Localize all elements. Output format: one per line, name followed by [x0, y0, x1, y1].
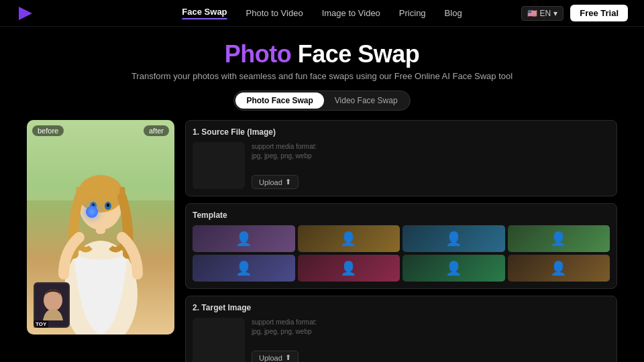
hero-title-section: Photo Face Swap Transform your photos wi…: [27, 40, 617, 81]
target-upload-icon: ⬆: [285, 353, 291, 362]
lang-label: EN: [540, 9, 551, 18]
free-trial-button[interactable]: Free Trial: [570, 5, 628, 21]
svg-point-10: [107, 204, 109, 207]
hero-title-purple: Photo: [225, 40, 291, 68]
logo[interactable]: [16, 4, 35, 23]
source-upload-label: Upload: [259, 178, 282, 186]
target-upload-info: support media format: jpg, jpeg, png, we…: [252, 318, 610, 362]
source-format-label: support media format:: [252, 143, 317, 150]
template-thumb-8[interactable]: 👤: [508, 255, 610, 282]
nav-photo-to-video[interactable]: Photo to Video: [246, 8, 303, 18]
hero-title-white: Face Swap: [291, 40, 419, 68]
target-format-info: support media format: jpg, jpeg, png, we…: [252, 318, 610, 337]
source-preview: [193, 142, 245, 189]
template-section: Template 👤 👤 👤 👤 👤 👤 👤 👤: [185, 203, 617, 289]
template-thumb-4[interactable]: 👤: [508, 225, 610, 252]
tab-section: Photo Face Swap Video Face Swap: [27, 90, 617, 111]
portrait-label-text: TOY: [34, 320, 48, 328]
before-label: before: [32, 125, 64, 136]
template-title: Template: [193, 210, 610, 220]
source-section: 1. Source File (Image) support media for…: [185, 120, 617, 196]
nav-right: 🇺🇸 EN ▾ Free Trial: [521, 5, 628, 21]
navbar: Face Swap Photo to Video Image to Video …: [0, 0, 644, 27]
svg-marker-0: [19, 7, 32, 20]
nav-blog[interactable]: Blog: [445, 8, 462, 18]
target-section: 2. Target Image support media format: jp…: [185, 296, 617, 362]
template-thumb-3[interactable]: 👤: [402, 225, 505, 252]
nav-links: Face Swap Photo to Video Image to Video …: [182, 7, 462, 19]
glow-orb: [86, 206, 98, 218]
content-area: before after: [27, 120, 617, 361]
tab-photo-face-swap[interactable]: Photo Face Swap: [235, 93, 323, 109]
nav-image-to-video[interactable]: Image to Video: [322, 8, 380, 18]
template-thumb-2[interactable]: 👤: [298, 225, 400, 252]
nav-pricing[interactable]: Pricing: [399, 8, 426, 18]
language-selector[interactable]: 🇺🇸 EN ▾: [521, 6, 564, 21]
tab-group: Photo Face Swap Video Face Swap: [233, 90, 410, 111]
source-title: 1. Source File (Image): [193, 127, 610, 137]
right-panel: 1. Source File (Image) support media for…: [185, 120, 617, 361]
source-upload-row: support media format: jpg, jpeg, png, we…: [193, 142, 610, 189]
target-format-label: support media format:: [252, 318, 317, 326]
source-format-types: jpg, jpeg, png, webp: [252, 152, 312, 160]
target-upload-button[interactable]: Upload ⬆: [252, 351, 299, 362]
template-thumb-7[interactable]: 👤: [402, 255, 505, 282]
source-upload-button[interactable]: Upload ⬆: [252, 175, 299, 189]
template-thumb-5[interactable]: 👤: [193, 255, 295, 282]
nav-face-swap[interactable]: Face Swap: [182, 7, 227, 19]
source-upload-info: support media format: jpg, jpeg, png, we…: [252, 142, 610, 189]
target-format-types: jpg, jpeg, png, webp: [252, 328, 312, 335]
tab-video-face-swap[interactable]: Video Face Swap: [324, 93, 409, 109]
hero-subtitle: Transform your photos with seamless and …: [27, 71, 617, 81]
chevron-down-icon: ▾: [553, 9, 557, 18]
flag-icon: 🇺🇸: [527, 9, 537, 18]
hero-title: Photo Face Swap: [27, 40, 617, 68]
target-upload-label: Upload: [259, 354, 282, 362]
main-content: Photo Face Swap Transform your photos wi…: [0, 27, 644, 362]
template-thumb-1[interactable]: 👤: [193, 225, 295, 252]
template-grid: 👤 👤 👤 👤 👤 👤 👤 👤: [193, 225, 610, 282]
template-thumb-6[interactable]: 👤: [298, 255, 400, 282]
source-format-info: support media format: jpg, jpeg, png, we…: [252, 142, 610, 161]
target-upload-row: support media format: jpg, jpeg, png, we…: [193, 318, 610, 362]
svg-point-6: [78, 175, 123, 213]
target-title: 2. Target Image: [193, 303, 610, 312]
upload-icon: ⬆: [285, 178, 291, 186]
svg-point-12: [44, 290, 62, 311]
after-label: after: [144, 125, 169, 136]
before-after-panel: before after: [27, 120, 174, 335]
target-preview: [193, 318, 245, 362]
